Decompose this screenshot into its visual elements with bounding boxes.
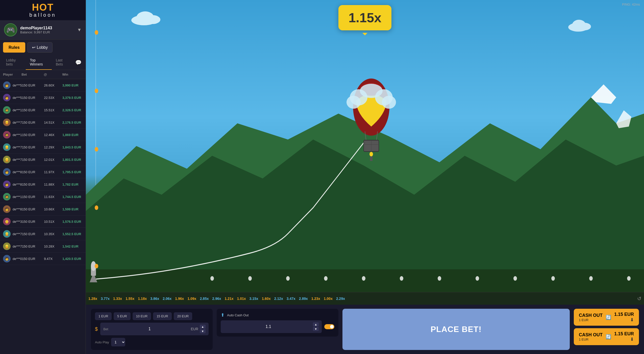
balance: Balance: 9,997 EUR <box>20 30 74 34</box>
svg-marker-0 <box>86 97 644 292</box>
history-item[interactable]: 2.12x <box>274 297 283 301</box>
mini-avatar: 👱 <box>3 156 11 163</box>
player-name: de***5 <box>13 83 22 87</box>
cashout-panel-2[interactable]: CASH OUT 1 EUR 🔄 1.15 EUR ⬇ <box>574 328 639 345</box>
win-amount: 1,843.5 EUR <box>62 145 83 149</box>
bet-decrement[interactable]: ▼ <box>200 329 206 333</box>
chat-icon[interactable]: 💬 <box>73 57 84 68</box>
cashout-download-icon-2: ⬇ <box>630 337 634 342</box>
history-item[interactable]: 1.33x <box>113 297 122 301</box>
bet-amount: 150 EUR <box>22 245 44 248</box>
quick-1eur[interactable]: 1 EUR <box>95 312 112 320</box>
table-row: 🧑 de***0 150 EUR 9.47X 1,420.5 EUR <box>0 253 86 265</box>
history-item[interactable]: 1.96x <box>175 297 184 301</box>
player-name: de***7 <box>13 232 22 236</box>
bet-multiplier: 14.51X <box>44 121 62 124</box>
rules-button[interactable]: Rules <box>3 42 25 53</box>
table-row: 🧔 de***1 150 EUR 12.46X 1,869 EUR <box>0 129 86 141</box>
dollar-icon: $ <box>95 326 98 332</box>
player-cell: 🧑 de***8 <box>3 168 22 176</box>
history-bar: 1.28x3.77x1.33x1.55x1.18x3.86x2.06x1.96x… <box>86 292 644 305</box>
history-refresh-icon[interactable]: ↺ <box>637 296 641 302</box>
bet-multiplier: 10.28X <box>44 245 62 248</box>
autocash-input[interactable] <box>224 324 313 329</box>
bet-input[interactable] <box>110 327 189 331</box>
tab-top-winners[interactable]: Top Winners <box>26 55 52 70</box>
history-item[interactable]: 3.15x <box>250 297 258 301</box>
svg-point-21 <box>91 261 96 271</box>
table-row: 🧔 de***1 150 EUR 11.63X 1,744.5 EUR <box>0 191 86 203</box>
bet-input-row: $ Bet EUR ▲ ▼ <box>95 323 209 335</box>
bet-amount: 150 EUR <box>22 133 44 137</box>
history-item[interactable]: 1.21x <box>225 297 234 301</box>
history-item[interactable]: 1.09x <box>187 297 196 301</box>
autocash-increment[interactable]: ▲ <box>313 322 319 326</box>
auto-play-select[interactable]: 1 5 10 25 50 <box>111 338 125 346</box>
win-amount: 1,576.5 EUR <box>62 220 83 224</box>
table-row: 🧔 de***1 150 EUR 15.51X 2,326.5 EUR <box>0 104 86 116</box>
bet-multiplier: 11.88X <box>44 183 62 186</box>
mini-avatar: 🧔 <box>3 131 11 139</box>
cashout-value-2: 1.15 EUR <box>614 331 634 337</box>
player-name: de***1 <box>13 133 22 137</box>
bet-increment[interactable]: ▲ <box>200 325 206 329</box>
history-item[interactable]: 1.55x <box>126 297 134 301</box>
win-amount: 1,744.5 EUR <box>62 195 83 199</box>
history-item[interactable]: 3.77x <box>101 297 110 301</box>
history-item[interactable]: 3.47x <box>287 297 295 301</box>
mini-avatar: 👱 <box>3 230 11 238</box>
history-item[interactable]: 1.01x <box>237 297 246 301</box>
history-item[interactable]: 1.23x <box>311 297 320 301</box>
currency-label: EUR <box>191 327 199 331</box>
bet-multiplier: 26.60X <box>44 83 62 87</box>
player-cell: 🧑 de***5 <box>3 94 22 101</box>
history-item[interactable]: 1.60x <box>262 297 271 301</box>
quick-20eur[interactable]: 20 EUR <box>174 312 192 320</box>
tab-last-bets[interactable]: Last Bets <box>52 55 73 70</box>
svg-marker-2 <box>591 84 616 104</box>
svg-rect-18 <box>370 157 373 161</box>
quick-15eur[interactable]: 15 EUR <box>153 312 172 320</box>
cashout-panel-1[interactable]: CASH OUT 1 EUR 🔄 1.15 EUR ⬇ <box>574 309 639 326</box>
svg-rect-4 <box>86 269 644 292</box>
history-item[interactable]: 2.89x <box>299 297 308 301</box>
history-item[interactable]: 1.28x <box>88 297 97 301</box>
autocash-toggle[interactable] <box>324 324 334 329</box>
table-row: 👱 de***7 150 EUR 12.29X 1,843.5 EUR <box>0 141 86 153</box>
controls-area: 1 EUR 5 EUR 10 EUR 15 EUR 20 EUR $ Bet E… <box>86 305 644 354</box>
quick-10eur[interactable]: 10 EUR <box>133 312 151 320</box>
bet-stepper[interactable]: ▲ ▼ <box>200 325 206 333</box>
history-item[interactable]: 2.96x <box>212 297 221 301</box>
player-name: de***8 <box>13 207 22 211</box>
y-axis <box>95 0 96 277</box>
history-item[interactable]: 2.85x <box>200 297 209 301</box>
table-row: 🧑 de***8 150 EUR 11.97X 1,795.5 EUR <box>0 166 86 178</box>
place-bet-button[interactable]: PLACE BET! <box>342 309 570 350</box>
history-item[interactable]: 2.29x <box>336 297 345 301</box>
player-name: de***5 <box>13 96 22 100</box>
logo-hot: HOT <box>29 3 56 12</box>
bet-panel: 1 EUR 5 EUR 10 EUR 15 EUR 20 EUR $ Bet E… <box>91 309 213 350</box>
col-header-player: Player <box>3 73 21 76</box>
user-bar[interactable]: 🎮 demoPlayer1143 Balance: 9,997 EUR ▼ <box>0 20 86 40</box>
dropdown-arrow-icon[interactable]: ▼ <box>77 27 82 33</box>
lobby-button[interactable]: ↩ Lobby <box>27 42 53 53</box>
svg-line-13 <box>376 131 378 141</box>
autocash-input-group: ▲ ▼ <box>221 320 322 333</box>
tab-lobby-bets[interactable]: Lobby bets <box>2 55 26 70</box>
bet-multiplier: 12.46X <box>44 133 62 137</box>
history-item[interactable]: 1.18x <box>138 297 147 301</box>
autocash-decrement[interactable]: ▼ <box>313 327 319 331</box>
player-cell: 🧑 de***8 <box>3 181 22 188</box>
history-item[interactable]: 3.86x <box>150 297 159 301</box>
cashout-column: CASH OUT 1 EUR 🔄 1.15 EUR ⬇ CASH OUT 1 E… <box>574 309 639 345</box>
autocash-stepper[interactable]: ▲ ▼ <box>313 322 319 331</box>
win-amount: 1,795.5 EUR <box>62 170 83 174</box>
svg-point-6 <box>360 83 383 96</box>
cashout-label-1: CASH OUT 1 EUR <box>579 313 603 322</box>
svg-rect-20 <box>91 266 96 276</box>
history-item[interactable]: 1.00x <box>324 297 333 301</box>
quick-5eur[interactable]: 5 EUR <box>114 312 130 320</box>
history-item[interactable]: 2.06x <box>163 297 171 301</box>
bet-multiplier: 11.63X <box>44 195 62 199</box>
